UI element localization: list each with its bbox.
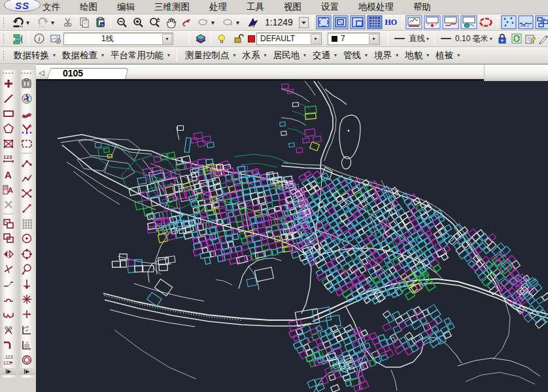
svg-text:A: A bbox=[8, 186, 13, 194]
svg-text:±: ± bbox=[156, 16, 160, 23]
svg-text:P: P bbox=[26, 325, 29, 329]
svg-text:.123: .123 bbox=[4, 355, 13, 359]
svg-text:x: x bbox=[26, 340, 28, 344]
svg-text:123: 123 bbox=[3, 154, 12, 160]
svg-text:A: A bbox=[5, 169, 12, 180]
svg-text:i: i bbox=[38, 35, 40, 42]
